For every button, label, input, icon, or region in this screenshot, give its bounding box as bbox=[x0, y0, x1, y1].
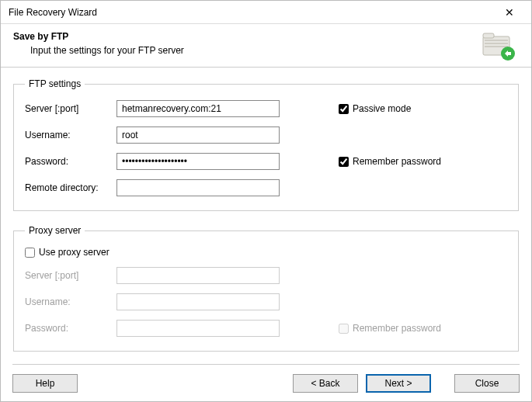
use-proxy-box[interactable] bbox=[25, 248, 35, 258]
use-proxy-checkbox[interactable]: Use proxy server bbox=[25, 247, 507, 258]
passive-mode-checkbox[interactable]: Passive mode bbox=[339, 103, 411, 114]
window-title: File Recovery Wizard bbox=[9, 7, 97, 18]
page-subtitle: Input the settings for your FTP server bbox=[30, 45, 519, 56]
svg-rect-4 bbox=[485, 46, 508, 47]
proxy-remember-box bbox=[339, 324, 349, 334]
page-title: Save by FTP bbox=[13, 31, 519, 42]
proxy-password-input bbox=[116, 320, 280, 337]
proxy-remember-label: Remember password bbox=[353, 323, 441, 334]
ftp-folder-icon bbox=[480, 29, 516, 61]
use-proxy-label: Use proxy server bbox=[39, 247, 110, 258]
ftp-username-label: Username: bbox=[25, 130, 116, 140]
back-button[interactable]: < Back bbox=[293, 374, 358, 393]
remember-password-checkbox[interactable]: Remember password bbox=[339, 156, 441, 167]
proxy-server-group: Proxy server Use proxy server Server [:p… bbox=[13, 225, 519, 352]
ftp-username-input[interactable] bbox=[116, 126, 280, 144]
close-button[interactable]: Close bbox=[454, 374, 520, 393]
ftp-settings-legend: FTP settings bbox=[25, 78, 85, 89]
svg-rect-1 bbox=[483, 33, 494, 38]
passive-mode-box[interactable] bbox=[339, 104, 349, 114]
ftp-password-input[interactable] bbox=[116, 153, 280, 170]
proxy-username-label: Username: bbox=[25, 296, 116, 307]
svg-rect-3 bbox=[485, 43, 508, 44]
proxy-username-input bbox=[116, 293, 280, 310]
close-icon[interactable]: ✕ bbox=[494, 2, 525, 23]
proxy-password-label: Password: bbox=[25, 323, 116, 334]
remember-password-box[interactable] bbox=[339, 157, 349, 167]
next-button[interactable]: Next > bbox=[366, 374, 431, 393]
ftp-server-label: Server [:port] bbox=[25, 103, 116, 114]
ftp-password-label: Password: bbox=[25, 156, 116, 167]
proxy-remember-checkbox: Remember password bbox=[339, 323, 441, 334]
svg-rect-2 bbox=[485, 40, 508, 41]
proxy-server-input bbox=[116, 267, 280, 284]
passive-mode-label: Passive mode bbox=[353, 103, 411, 114]
proxy-server-legend: Proxy server bbox=[25, 225, 85, 236]
remember-password-label: Remember password bbox=[353, 156, 441, 167]
ftp-settings-group: FTP settings Server [:port] Passive mode… bbox=[13, 78, 519, 211]
ftp-remotedir-label: Remote directory: bbox=[25, 182, 116, 193]
proxy-server-label: Server [:port] bbox=[25, 270, 116, 281]
help-button[interactable]: Help bbox=[12, 374, 78, 393]
ftp-remotedir-input[interactable] bbox=[116, 179, 280, 196]
ftp-server-input[interactable] bbox=[116, 100, 280, 117]
